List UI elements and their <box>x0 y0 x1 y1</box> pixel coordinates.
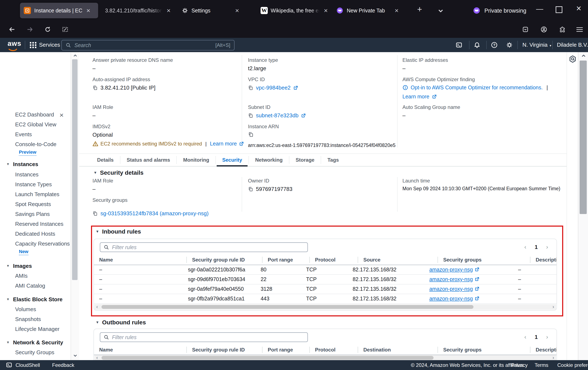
col-rule-id[interactable]: Security group rule ID <box>186 257 262 263</box>
outbound-filter[interactable] <box>100 332 308 342</box>
col-security-groups[interactable]: Security groups <box>438 347 530 353</box>
account-menu[interactable]: Diladele B.V.▾ <box>557 42 588 48</box>
subnet-link[interactable]: subnet-87e323db <box>256 112 298 119</box>
footer-cookie-preferences[interactable]: Cookie preferences <box>557 362 588 368</box>
forward-icon[interactable] <box>25 25 34 34</box>
sidebar-item-savings-plans[interactable]: Savings Plans <box>15 211 50 217</box>
browser-tab-settings[interactable]: Settings × <box>182 3 255 18</box>
sidebar-item-spot-requests[interactable]: Spot Requests <box>15 201 51 208</box>
aws-logo[interactable]: aws <box>8 40 21 50</box>
sidebar-item-amis[interactable]: AMIs <box>15 273 28 279</box>
security-group-link[interactable]: amazon-proxy-nsg <box>429 286 480 292</box>
footer-cloudshell[interactable]: CloudShell <box>16 362 40 368</box>
sidebar-item-reserved-instances[interactable]: Reserved Instances <box>15 221 63 227</box>
sidebar-item-lifecycle-manager[interactable]: Lifecycle Manager <box>15 326 60 332</box>
col-protocol[interactable]: Protocol <box>309 257 358 263</box>
sidebar-scrollbar-thumb[interactable] <box>72 59 78 280</box>
help-icon[interactable] <box>491 42 498 49</box>
external-link-icon[interactable] <box>239 141 244 146</box>
sidebar-section-ebs[interactable]: Elastic Block Store <box>13 296 63 303</box>
tab-details[interactable]: Details <box>91 154 120 166</box>
sidebar-item-instances[interactable]: Instances <box>15 171 38 178</box>
window-close-button[interactable]: × <box>573 3 585 13</box>
col-rule-id[interactable]: Security group rule ID <box>186 347 262 353</box>
sidebar-item-volumes[interactable]: Volumes <box>15 306 36 313</box>
col-description[interactable]: Description <box>530 347 557 353</box>
tab-networking[interactable]: Networking <box>249 154 289 166</box>
notifications-bell-icon[interactable] <box>474 42 480 49</box>
save-to-pocket-icon[interactable] <box>521 25 530 34</box>
page-prev-icon[interactable]: ‹ <box>524 244 526 250</box>
page-next-icon[interactable]: › <box>546 334 548 340</box>
hamburger-menu-icon[interactable] <box>575 25 584 34</box>
scrollbar-thumb[interactable] <box>102 356 433 360</box>
external-link-icon[interactable] <box>293 85 298 90</box>
sidebar-section-images[interactable]: Images <box>13 263 32 269</box>
copy-icon[interactable] <box>248 187 253 192</box>
col-protocol[interactable]: Protocol <box>309 347 358 353</box>
aws-search-box[interactable]: [Alt+S] <box>61 40 234 51</box>
browser-tab-new-private[interactable]: New Private Tab × <box>336 3 410 18</box>
security-group-link[interactable]: sg-03153935124fb7834 (amazon-proxy-nsg) <box>100 210 209 217</box>
sidebar-scrollbar[interactable] <box>71 52 80 360</box>
sidebar-section-instances[interactable]: Instances <box>13 161 38 168</box>
page-number[interactable]: 1 <box>535 334 537 340</box>
section-caret-icon[interactable]: ▼ <box>6 297 10 301</box>
tab-close-icon[interactable]: × <box>395 7 399 14</box>
page-number[interactable]: 1 <box>535 244 537 250</box>
tab-close-icon[interactable]: × <box>324 7 328 14</box>
scroll-left-icon[interactable]: ‹ <box>94 304 100 310</box>
security-group-link[interactable]: amazon-proxy-nsg <box>429 276 480 282</box>
tab-list-dropdown-icon[interactable] <box>438 8 444 14</box>
col-security-groups[interactable]: Security groups <box>438 257 530 263</box>
back-icon[interactable] <box>7 25 17 34</box>
services-grid-icon[interactable] <box>30 42 37 48</box>
footer-feedback[interactable]: Feedback <box>52 362 74 368</box>
cloudshell-icon[interactable] <box>6 362 12 369</box>
sidebar-item-security-groups[interactable]: Security Groups <box>15 349 54 356</box>
settings-gear-icon[interactable] <box>506 42 513 49</box>
amazon-q-icon[interactable] <box>569 55 577 63</box>
security-group-link[interactable]: amazon-proxy-nsg <box>429 296 480 302</box>
inbound-rule-row[interactable]: –sgr-0a0a022210b307f6a 80TCP 82.172.135.… <box>94 265 557 275</box>
scrollbar-thumb[interactable] <box>102 305 473 309</box>
extensions-puzzle-icon[interactable] <box>558 25 567 34</box>
account-icon[interactable] <box>539 25 548 34</box>
optimizer-opt-in-link[interactable]: Opt-in to AWS Compute Optimizer for reco… <box>411 85 543 91</box>
section-caret-icon[interactable]: ▼ <box>6 162 10 166</box>
col-port-range[interactable]: Port range <box>262 347 309 353</box>
tab-close-icon[interactable]: × <box>86 7 90 14</box>
vpc-link[interactable]: vpc-9984bee2 <box>256 85 291 91</box>
section-caret-icon[interactable]: ▼ <box>6 340 10 344</box>
page-prev-icon[interactable]: ‹ <box>524 334 526 340</box>
security-details-header[interactable]: ▼ Security details <box>94 169 144 176</box>
inbound-rules-header[interactable]: ▼ Inbound rules <box>96 228 141 235</box>
copy-icon[interactable] <box>248 113 253 118</box>
region-selector[interactable]: N. Virginia▾ <box>522 42 551 48</box>
cloudshell-icon[interactable] <box>456 42 462 49</box>
copy-icon[interactable] <box>93 211 98 216</box>
sidebar-item-instance-types[interactable]: Instance Types <box>15 181 52 188</box>
tab-tags[interactable]: Tags <box>321 154 345 166</box>
optimizer-learn-more-link[interactable]: Learn more <box>402 94 429 100</box>
tab-close-icon[interactable]: × <box>167 7 171 14</box>
copy-icon[interactable] <box>248 132 254 137</box>
inbound-filter-input[interactable] <box>112 244 307 251</box>
sidebar-item-launch-templates[interactable]: Launch Templates <box>15 191 60 198</box>
sidebar-item-dedicated-hosts[interactable]: Dedicated Hosts <box>15 231 55 237</box>
preview-badge[interactable]: Preview <box>19 149 36 156</box>
inbound-horizontal-scrollbar[interactable]: ‹ › <box>94 304 556 310</box>
window-maximize-button[interactable] <box>553 6 565 15</box>
tab-monitoring[interactable]: Monitoring <box>177 154 215 166</box>
col-name[interactable]: Name <box>94 347 186 353</box>
sidebar-item-snapshots[interactable]: Snapshots <box>15 316 41 322</box>
scroll-up-icon[interactable] <box>581 53 587 58</box>
inbound-rule-row[interactable]: –sgr-0a9fef79a40e04550 3128TCP 82.172.13… <box>94 284 557 294</box>
external-link-icon[interactable] <box>301 113 306 118</box>
col-description[interactable]: Description <box>530 257 557 263</box>
sidebar-item-ec2-dashboard[interactable]: EC2 Dashboard <box>15 111 54 118</box>
page-scrollbar-thumb[interactable] <box>580 61 587 214</box>
scroll-left-icon[interactable]: ‹ <box>94 355 100 360</box>
window-minimize-button[interactable]: — <box>534 5 546 13</box>
browser-tab-ec2[interactable]: Instance details | EC2 × <box>20 3 98 18</box>
